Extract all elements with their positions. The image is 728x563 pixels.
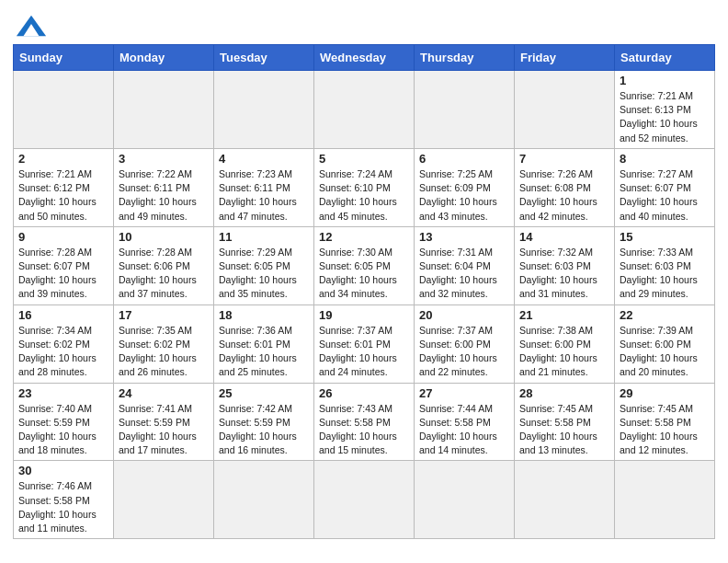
day-cell: 17Sunrise: 7:35 AM Sunset: 6:02 PM Dayli… [114, 304, 214, 383]
day-cell [314, 461, 415, 539]
day-cell: 16Sunrise: 7:34 AM Sunset: 6:02 PM Dayli… [14, 304, 114, 383]
day-info: Sunrise: 7:28 AM Sunset: 6:07 PM Dayligh… [18, 246, 108, 302]
day-info: Sunrise: 7:43 AM Sunset: 5:58 PM Dayligh… [319, 402, 409, 458]
week-row-1: 1Sunrise: 7:21 AM Sunset: 6:13 PM Daylig… [14, 71, 715, 149]
day-info: Sunrise: 7:37 AM Sunset: 6:00 PM Dayligh… [419, 324, 509, 380]
header [13, 9, 715, 39]
day-number: 12 [319, 230, 409, 244]
week-row-6: 30Sunrise: 7:46 AM Sunset: 5:58 PM Dayli… [14, 461, 715, 539]
day-cell: 3Sunrise: 7:22 AM Sunset: 6:11 PM Daylig… [114, 148, 214, 226]
day-cell [415, 461, 515, 539]
day-cell [515, 461, 615, 539]
week-row-4: 16Sunrise: 7:34 AM Sunset: 6:02 PM Dayli… [14, 304, 715, 383]
day-cell [14, 71, 114, 149]
day-cell: 12Sunrise: 7:30 AM Sunset: 6:05 PM Dayli… [314, 226, 415, 304]
day-info: Sunrise: 7:46 AM Sunset: 5:58 PM Dayligh… [18, 479, 108, 535]
day-number: 30 [18, 464, 108, 477]
day-cell: 11Sunrise: 7:29 AM Sunset: 6:05 PM Dayli… [214, 226, 314, 304]
day-cell: 22Sunrise: 7:39 AM Sunset: 6:00 PM Dayli… [615, 304, 715, 383]
day-info: Sunrise: 7:33 AM Sunset: 6:03 PM Dayligh… [620, 246, 710, 302]
day-info: Sunrise: 7:26 AM Sunset: 6:08 PM Dayligh… [519, 167, 609, 224]
logo-icon [15, 13, 48, 39]
day-cell: 26Sunrise: 7:43 AM Sunset: 5:58 PM Dayli… [314, 383, 415, 461]
day-info: Sunrise: 7:23 AM Sunset: 6:11 PM Dayligh… [219, 167, 309, 224]
day-number: 24 [119, 386, 209, 400]
day-info: Sunrise: 7:37 AM Sunset: 6:01 PM Dayligh… [319, 324, 409, 380]
day-number: 26 [319, 386, 409, 400]
day-info: Sunrise: 7:45 AM Sunset: 5:58 PM Dayligh… [519, 402, 609, 458]
day-info: Sunrise: 7:25 AM Sunset: 6:09 PM Dayligh… [419, 167, 509, 224]
page: SundayMondayTuesdayWednesdayThursdayFrid… [0, 0, 728, 552]
day-number: 15 [620, 230, 710, 244]
day-info: Sunrise: 7:22 AM Sunset: 6:11 PM Dayligh… [119, 167, 209, 224]
day-number: 16 [18, 308, 108, 322]
day-info: Sunrise: 7:45 AM Sunset: 5:58 PM Dayligh… [620, 402, 710, 458]
day-cell: 5Sunrise: 7:24 AM Sunset: 6:10 PM Daylig… [314, 148, 415, 226]
day-number: 8 [620, 152, 710, 166]
day-number: 2 [18, 152, 108, 166]
day-info: Sunrise: 7:39 AM Sunset: 6:00 PM Dayligh… [620, 324, 710, 380]
day-header-saturday: Saturday [615, 45, 715, 71]
day-cell [214, 461, 314, 539]
day-number: 5 [319, 152, 409, 166]
day-cell: 10Sunrise: 7:28 AM Sunset: 6:06 PM Dayli… [114, 226, 214, 304]
day-cell: 14Sunrise: 7:32 AM Sunset: 6:03 PM Dayli… [515, 226, 615, 304]
day-header-thursday: Thursday [415, 45, 515, 71]
day-number: 27 [419, 386, 509, 400]
day-cell: 29Sunrise: 7:45 AM Sunset: 5:58 PM Dayli… [615, 383, 715, 461]
day-number: 4 [219, 152, 309, 166]
day-number: 11 [219, 230, 309, 244]
day-info: Sunrise: 7:30 AM Sunset: 6:05 PM Dayligh… [319, 246, 409, 302]
day-info: Sunrise: 7:24 AM Sunset: 6:10 PM Dayligh… [319, 167, 409, 224]
day-cell: 21Sunrise: 7:38 AM Sunset: 6:00 PM Dayli… [515, 304, 615, 383]
day-cell: 15Sunrise: 7:33 AM Sunset: 6:03 PM Dayli… [615, 226, 715, 304]
day-cell: 23Sunrise: 7:40 AM Sunset: 5:59 PM Dayli… [14, 383, 114, 461]
calendar: SundayMondayTuesdayWednesdayThursdayFrid… [13, 44, 715, 539]
day-info: Sunrise: 7:32 AM Sunset: 6:03 PM Dayligh… [519, 246, 609, 302]
day-number: 25 [219, 386, 309, 400]
day-number: 13 [419, 230, 509, 244]
day-cell [415, 71, 515, 149]
day-cell [214, 71, 314, 149]
day-info: Sunrise: 7:41 AM Sunset: 5:59 PM Dayligh… [119, 402, 209, 458]
day-info: Sunrise: 7:42 AM Sunset: 5:59 PM Dayligh… [219, 402, 309, 458]
logo [13, 15, 48, 39]
day-number: 17 [119, 308, 209, 322]
day-cell: 18Sunrise: 7:36 AM Sunset: 6:01 PM Dayli… [214, 304, 314, 383]
day-info: Sunrise: 7:38 AM Sunset: 6:00 PM Dayligh… [519, 324, 609, 380]
day-info: Sunrise: 7:29 AM Sunset: 6:05 PM Dayligh… [219, 246, 309, 302]
day-cell: 9Sunrise: 7:28 AM Sunset: 6:07 PM Daylig… [14, 226, 114, 304]
week-row-2: 2Sunrise: 7:21 AM Sunset: 6:12 PM Daylig… [14, 148, 715, 226]
day-number: 6 [419, 152, 509, 166]
day-info: Sunrise: 7:21 AM Sunset: 6:13 PM Dayligh… [620, 89, 710, 145]
day-cell: 27Sunrise: 7:44 AM Sunset: 5:58 PM Dayli… [415, 383, 515, 461]
day-number: 23 [18, 386, 108, 400]
day-cell: 28Sunrise: 7:45 AM Sunset: 5:58 PM Dayli… [515, 383, 615, 461]
day-header-monday: Monday [114, 45, 214, 71]
day-header-friday: Friday [515, 45, 615, 71]
day-info: Sunrise: 7:40 AM Sunset: 5:59 PM Dayligh… [18, 402, 108, 458]
day-cell [114, 71, 214, 149]
day-number: 10 [119, 230, 209, 244]
calendar-header-row: SundayMondayTuesdayWednesdayThursdayFrid… [14, 45, 715, 71]
day-cell: 30Sunrise: 7:46 AM Sunset: 5:58 PM Dayli… [14, 461, 114, 539]
day-number: 28 [519, 386, 609, 400]
day-cell [615, 461, 715, 539]
day-number: 3 [119, 152, 209, 166]
day-info: Sunrise: 7:28 AM Sunset: 6:06 PM Dayligh… [119, 246, 209, 302]
day-cell: 25Sunrise: 7:42 AM Sunset: 5:59 PM Dayli… [214, 383, 314, 461]
day-number: 7 [519, 152, 609, 166]
day-info: Sunrise: 7:21 AM Sunset: 6:12 PM Dayligh… [18, 167, 108, 224]
day-cell: 13Sunrise: 7:31 AM Sunset: 6:04 PM Dayli… [415, 226, 515, 304]
day-info: Sunrise: 7:31 AM Sunset: 6:04 PM Dayligh… [419, 246, 509, 302]
day-cell: 24Sunrise: 7:41 AM Sunset: 5:59 PM Dayli… [114, 383, 214, 461]
day-cell: 20Sunrise: 7:37 AM Sunset: 6:00 PM Dayli… [415, 304, 515, 383]
day-cell: 8Sunrise: 7:27 AM Sunset: 6:07 PM Daylig… [615, 148, 715, 226]
day-cell: 19Sunrise: 7:37 AM Sunset: 6:01 PM Dayli… [314, 304, 415, 383]
day-number: 20 [419, 308, 509, 322]
day-info: Sunrise: 7:34 AM Sunset: 6:02 PM Dayligh… [18, 324, 108, 380]
day-header-sunday: Sunday [14, 45, 114, 71]
day-number: 22 [620, 308, 710, 322]
day-number: 18 [219, 308, 309, 322]
day-cell [114, 461, 214, 539]
